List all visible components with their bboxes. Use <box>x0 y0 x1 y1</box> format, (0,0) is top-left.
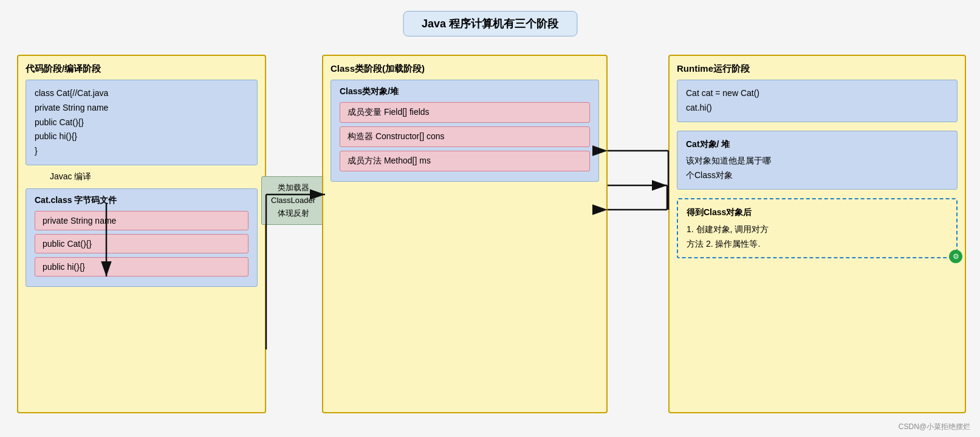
javac-area: Javac 编译 <box>50 171 258 182</box>
java-source-line2: private String name <box>35 101 248 115</box>
get-class-box: 得到Class对象后 1. 创建对象, 调用对方 方法 2. 操作属性等. ⚙ <box>677 198 958 258</box>
stage-code-title: 代码阶段/编译阶段 <box>26 63 258 75</box>
stage-runtime-title: Runtime运行阶段 <box>677 63 958 75</box>
get-class-desc-line1: 1. 创建对象, 调用对方 <box>687 222 948 237</box>
classloader-text: 类加载器ClassLoader体现反射 <box>268 182 318 219</box>
stage-class-title: Class类阶段(加载阶段) <box>331 63 599 75</box>
java-source-line1: class Cat{//Cat.java <box>35 86 248 101</box>
main-container: Java 程序计算机有三个阶段 代码阶段/编译阶段 class Cat{//Ca… <box>0 0 980 437</box>
stage-runtime-panel: Runtime运行阶段 Cat cat = new Cat() cat.hi()… <box>668 55 966 413</box>
gear-icon: ⚙ <box>949 250 962 263</box>
watermark: CSDN@小菜拒绝摆烂 <box>899 422 970 432</box>
catclass-title: Cat.class 字节码文件 <box>35 195 248 206</box>
get-class-title: 得到Class对象后 <box>687 205 948 220</box>
cat-obj-desc-line1: 该对象知道他是属于哪 <box>686 154 948 168</box>
stage-class-panel: Class类阶段(加载阶段) Class类对象/堆 成员变量 Field[] f… <box>322 55 608 413</box>
catclass-row-0: private String name <box>35 211 248 230</box>
catclass-row-2: public hi(){} <box>35 257 248 277</box>
cat-obj-title: Cat对象/ 堆 <box>686 137 948 152</box>
java-source-line5: } <box>35 144 248 159</box>
catclass-row-1: public Cat(){} <box>35 234 248 253</box>
class-field-0: 成员变量 Field[] fields <box>340 102 590 123</box>
runtime-code-line2: cat.hi() <box>686 101 948 115</box>
cat-obj-box: Cat对象/ 堆 该对象知道他是属于哪 个Class对象 <box>677 131 958 190</box>
get-class-desc-line2: 方法 2. 操作属性等. <box>687 237 948 252</box>
classloader-box: 类加载器ClassLoader体现反射 <box>261 176 325 225</box>
runtime-code-box: Cat cat = new Cat() cat.hi() <box>677 80 958 122</box>
cat-obj-desc-line2: 个Class对象 <box>686 168 948 183</box>
java-source-line4: public hi(){} <box>35 129 248 144</box>
page-title: Java 程序计算机有三个阶段 <box>403 11 577 36</box>
class-heap-title: Class类对象/堆 <box>340 86 590 97</box>
javac-label: Javac 编译 <box>50 171 91 182</box>
class-heap-box: Class类对象/堆 成员变量 Field[] fields 构造器 Const… <box>331 80 599 182</box>
class-field-2: 成员方法 Method[] ms <box>340 151 590 171</box>
runtime-code-line1: Cat cat = new Cat() <box>686 86 948 101</box>
java-source-line3: public Cat(){} <box>35 115 248 130</box>
catclass-box: Cat.class 字节码文件 private String name publ… <box>26 188 258 287</box>
stage-code-panel: 代码阶段/编译阶段 class Cat{//Cat.java private S… <box>17 55 266 413</box>
class-field-1: 构造器 Constructor[] cons <box>340 126 590 147</box>
java-source-box: class Cat{//Cat.java private String name… <box>26 80 258 165</box>
